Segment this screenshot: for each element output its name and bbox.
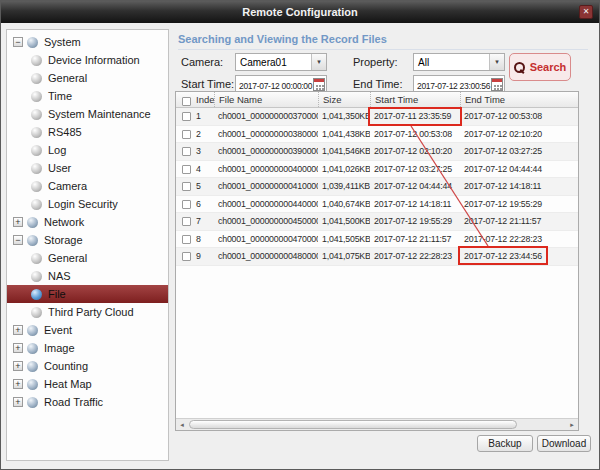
sidebar-item-login-security[interactable]: Login Security [7,195,168,213]
cell-size: 1,041,546KB [318,146,370,156]
row-checkbox[interactable] [182,147,191,156]
cell-file-name: ch0001_00000000037000000 [214,111,318,121]
cell-start-time: 2017-07-11 23:35:59 [370,111,460,121]
table-row[interactable]: 6ch0001_000000000440000001,040,674KB2017… [176,196,578,214]
cell-file-name: ch0001_00000000039000000 [214,146,318,156]
expand-icon[interactable]: + [13,343,23,353]
table-row[interactable]: 8ch0001_000000000470000001,041,505KB2017… [176,231,578,249]
row-checkbox[interactable] [182,235,191,244]
sidebar-item-label: Storage [44,234,83,246]
sidebar-item-device-information[interactable]: Device Information [7,51,168,69]
cell-start-time: 2017-07-12 02:10:20 [370,146,460,156]
row-checkbox[interactable] [182,112,191,121]
category-icon [27,397,38,408]
table-row[interactable]: 1ch0001_000000000370000001,041,350KB2017… [176,108,578,126]
sidebar-item-system-maintenance[interactable]: System Maintenance [7,105,168,123]
chevron-down-icon[interactable]: ▾ [311,54,326,70]
cell-size: 1,041,350KB [318,111,370,121]
item-icon [31,55,42,66]
cell-start-time: 2017-07-12 00:53:08 [370,129,460,139]
column-header-end-time[interactable]: End Time [460,92,580,107]
expand-icon[interactable]: + [13,379,23,389]
category-icon [27,343,38,354]
sidebar-item-counting[interactable]: +Counting [7,357,168,375]
sidebar-item-road-traffic[interactable]: +Road Traffic [7,393,168,411]
calendar-icon[interactable] [491,78,503,91]
column-header-size[interactable]: Size [318,92,370,107]
expand-icon[interactable]: + [13,361,23,371]
sidebar-item-third-party-cloud[interactable]: Third Party Cloud [7,303,168,321]
row-checkbox[interactable] [182,200,191,209]
column-header-file-name[interactable]: File Name [214,92,318,107]
camera-select[interactable]: Camera01 ▾ [235,53,327,71]
cell-end-time: 2017-07-12 14:18:11 [460,181,580,191]
category-icon [27,37,38,48]
sidebar-item-system[interactable]: −System [7,33,168,51]
scrollbar-thumb[interactable] [189,420,517,429]
expand-icon[interactable]: + [13,397,23,407]
sidebar-item-network[interactable]: +Network [7,213,168,231]
search-button[interactable]: Search [509,53,571,81]
expand-icon[interactable]: + [13,217,23,227]
table-row[interactable]: 3ch0001_000000000390000001,041,546KB2017… [176,143,578,161]
table-row[interactable]: 2ch0001_000000000380000001,041,438KB2017… [176,126,578,144]
sidebar-item-label: Camera [48,180,87,192]
column-header-start-time[interactable]: Start Time [370,92,460,107]
cell-file-name: ch0001_00000000045000000 [214,216,318,226]
cell-index: 3 [192,146,214,156]
row-checkbox[interactable] [182,165,191,174]
row-checkbox[interactable] [182,130,191,139]
cell-index: 9 [192,251,214,261]
sidebar-item-time[interactable]: Time [7,87,168,105]
scroll-right-icon[interactable]: ▸ [566,419,578,430]
sidebar-item-general[interactable]: General [7,249,168,267]
table-row[interactable]: 5ch0001_000000000410000001,039,411KB2017… [176,178,578,196]
row-checkbox[interactable] [182,182,191,191]
collapse-icon[interactable]: − [13,235,23,245]
sidebar-tree: −SystemDevice InformationGeneralTimeSyst… [6,29,169,461]
expand-icon[interactable]: + [13,325,23,335]
column-header-index[interactable]: Index [192,92,214,107]
horizontal-scrollbar[interactable]: ◂ ▸ [176,418,578,430]
sidebar-item-heat-map[interactable]: +Heat Map [7,375,168,393]
sidebar-item-image[interactable]: +Image [7,339,168,357]
sidebar-item-label: Event [44,324,72,336]
cell-start-time: 2017-07-12 19:55:29 [370,216,460,226]
cell-end-time: 2017-07-12 04:44:44 [460,164,580,174]
sidebar-item-file[interactable]: File [7,285,168,303]
sidebar-item-label: Heat Map [44,378,92,390]
row-checkbox[interactable] [182,217,191,226]
sidebar-item-event[interactable]: +Event [7,321,168,339]
select-all-checkbox[interactable] [182,97,191,106]
scroll-left-icon[interactable]: ◂ [176,419,188,430]
table-header: Index File Name Size Start Time End Time [176,92,578,108]
calendar-icon[interactable] [313,78,325,91]
cell-index: 6 [192,199,214,209]
sidebar-item-general[interactable]: General [7,69,168,87]
backup-button[interactable]: Backup [477,435,533,452]
table-row[interactable]: 7ch0001_000000000450000001,041,500KB2017… [176,213,578,231]
cell-start-time: 2017-07-12 03:27:25 [370,164,460,174]
collapse-icon[interactable]: − [13,37,23,47]
cell-file-name: ch0001_00000000041000000 [214,181,318,191]
chevron-down-icon[interactable]: ▾ [489,54,504,70]
property-select[interactable]: All ▾ [413,53,505,71]
sidebar-item-nas[interactable]: NAS [7,267,168,285]
download-button[interactable]: Download [537,435,591,452]
cell-file-name: ch0001_00000000038000000 [214,129,318,139]
row-checkbox[interactable] [182,252,191,261]
close-icon[interactable]: ✕ [579,5,593,19]
item-icon [31,253,42,264]
item-icon [31,163,42,174]
cell-size: 1,041,026KB [318,164,370,174]
sidebar-item-user[interactable]: User [7,159,168,177]
sidebar-item-rs485[interactable]: RS485 [7,123,168,141]
sidebar-item-log[interactable]: Log [7,141,168,159]
cell-size: 1,041,438KB [318,129,370,139]
sidebar-item-label: Road Traffic [44,396,103,408]
sidebar-item-storage[interactable]: −Storage [7,231,168,249]
table-row[interactable]: 4ch0001_000000000400000001,041,026KB2017… [176,161,578,179]
sidebar-item-camera[interactable]: Camera [7,177,168,195]
cell-size: 1,041,505KB [318,234,370,244]
table-row[interactable]: 9ch0001_000000000480000001,041,075KB2017… [176,248,578,266]
